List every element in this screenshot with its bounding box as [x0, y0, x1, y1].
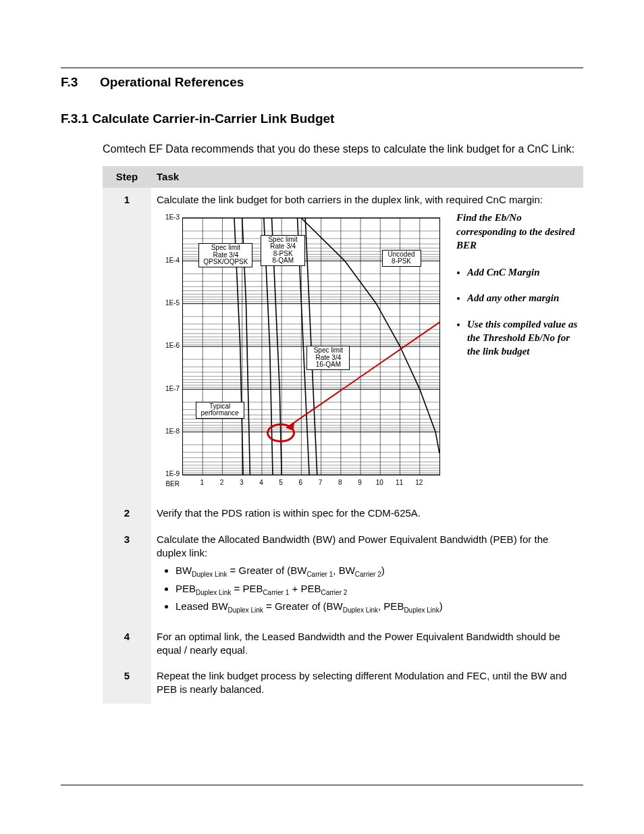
chart-xtick: 8 [333, 478, 347, 488]
page: F.3Operational References F.3.1 Calculat… [0, 0, 644, 834]
table-row: 1 Calculate the link budget for both car… [103, 188, 583, 501]
step-number: 3 [103, 527, 151, 625]
step3-li3: Leased BWDuplex Link = Greater of (BWDup… [176, 600, 578, 615]
chart-xtick: 11 [393, 478, 406, 488]
ber-chart: 1E-31E-41E-51E-61E-71E-81E-9BER123456789… [157, 211, 447, 494]
chart-side-callout: Find the Eb/No corresponding to the desi… [456, 211, 578, 370]
chart-xtick: 5 [274, 478, 288, 488]
top-rule [61, 68, 583, 68]
chart-xtick: 10 [373, 478, 386, 488]
chart-xtick: 2 [215, 478, 228, 488]
step-number: 1 [103, 188, 151, 501]
chart-annotation-typical: Typical performance [196, 402, 244, 419]
steps-table: Step Task 1 Calculate the link budget fo… [103, 166, 583, 704]
chart-xtick: 9 [353, 478, 367, 488]
chart-ytick: 1E-5 [157, 298, 180, 308]
bottom-rule [61, 785, 583, 785]
chart-xtick: 4 [254, 478, 268, 488]
chart-ytick: 1E-3 [157, 213, 180, 223]
step2-task: Verify that the PDS ration is within spe… [151, 501, 583, 527]
col-task: Task [151, 166, 583, 188]
chart-annotation-spec_8psk: Spec limit Rate 3/4 8-PSK 8-QAM [261, 235, 305, 266]
step3-li1: BWDuplex Link = Greater of (BWCarrier 1,… [176, 564, 578, 579]
step3-task: Calculate the Allocated Bandwidth (BW) a… [151, 527, 583, 625]
side-lead: Find the Eb/No corresponding to the desi… [456, 211, 578, 252]
side-bullet-1: Add CnC Margin [467, 265, 578, 279]
chart-ytick: 1E-8 [157, 427, 180, 436]
heading-f31: F.3.1 Calculate Carrier-in-Carrier Link … [61, 110, 583, 128]
chart-annotation-uncoded: Uncoded 8-PSK [382, 250, 421, 267]
chart-xtick: 1 [195, 478, 209, 488]
chart-xtick: 3 [235, 478, 248, 488]
table-row: 5 Repeat the link budget process by sele… [103, 664, 583, 704]
chart-annotation-spec_16qam: Spec limit Rate 3/4 16-QAM [306, 346, 350, 370]
chart-xtick: 12 [412, 478, 426, 488]
chart-ytick: 1E-4 [157, 256, 180, 265]
chart-ytick: 1E-6 [157, 342, 180, 351]
step-number: 5 [103, 664, 151, 704]
side-bullet-2: Add any other margin [467, 291, 578, 305]
chart-ytick: 1E-7 [157, 384, 180, 394]
step5-task: Repeat the link budget process by select… [151, 664, 583, 704]
heading-f3-num: F.3 [61, 74, 100, 91]
step3-lead: Calculate the Allocated Bandwidth (BW) a… [157, 533, 578, 561]
col-step: Step [103, 166, 151, 188]
chart-ylabel: BER [157, 479, 180, 489]
step3-li2: PEBDuplex Link = PEBCarrier 1 + PEBCarri… [176, 582, 578, 598]
intro-text: Comtech EF Data recommends that you do t… [103, 142, 583, 157]
step-number: 4 [103, 625, 151, 664]
step4-task: For an optimal link, the Leased Bandwidt… [151, 625, 583, 664]
table-row: 4 For an optimal link, the Leased Bandwi… [103, 625, 583, 664]
step1-lead: Calculate the link budget for both carri… [157, 193, 578, 207]
chart-ytick: 1E-9 [157, 470, 180, 479]
table-row: 2 Verify that the PDS ration is within s… [103, 501, 583, 527]
heading-f3: F.3Operational References [61, 74, 583, 91]
chart-wrapper: 1E-31E-41E-51E-61E-71E-81E-9BER123456789… [157, 211, 578, 494]
heading-f3-text: Operational References [100, 75, 244, 89]
table-row: 3 Calculate the Allocated Bandwidth (BW)… [103, 527, 583, 625]
chart-annotation-spec_qpsk: Spec limit Rate 3/4 QPSK/OQPSK [198, 243, 252, 267]
chart-xtick: 6 [294, 478, 307, 488]
side-bullet-3: Use this compiled value as the Threshold… [467, 317, 578, 359]
step-number: 2 [103, 501, 151, 527]
chart-xtick: 7 [314, 478, 327, 488]
step1-task: Calculate the link budget for both carri… [151, 188, 583, 501]
chart-highlight-ring [267, 423, 295, 442]
